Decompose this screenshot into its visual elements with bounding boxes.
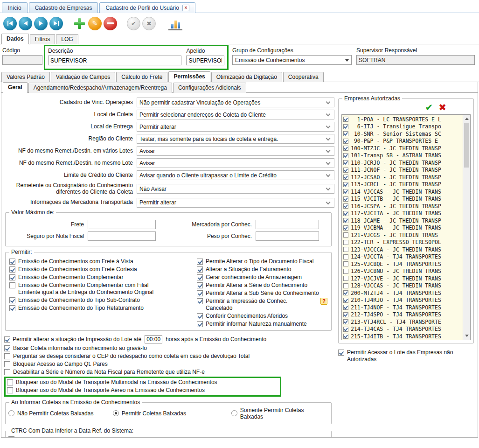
clear-companies-button[interactable]: ✖	[438, 103, 446, 112]
close-tab-icon[interactable]: ×	[182, 5, 189, 11]
company-row[interactable]: 127-VJCJVE - JC THEDIN TRANS	[343, 275, 463, 282]
config-tab[interactable]: Validação de Campos	[51, 72, 116, 82]
setting-combobox[interactable]: Não Avisar	[137, 184, 334, 194]
permission-checkbox[interactable]: Emissão de Conhecimento do Tipo Sub-Cont…	[9, 297, 197, 304]
company-row[interactable]: 212-TJ4SPO - TJ4 TRANSPORTES	[343, 311, 463, 319]
setting-combobox[interactable]: Avisar	[137, 146, 334, 156]
option-checkbox[interactable]: Bloquear uso do Modal de Transporte Mult…	[7, 379, 278, 386]
permission-checkbox[interactable]: Emissão de Conhecimentos com Frete à Vis…	[9, 258, 197, 265]
scroll-up-button[interactable]	[463, 115, 470, 122]
option-checkbox[interactable]: Bloquear uso do Modal de Transporte Aére…	[7, 387, 278, 394]
config-tab[interactable]: Otimização da Digitação	[211, 72, 282, 82]
setting-combobox[interactable]: Não permitir cadastrar Vinculação de Ope…	[137, 98, 334, 107]
company-row[interactable]: 6-ITJ - Transligue Transpo	[343, 123, 463, 131]
delete-record-button[interactable]	[104, 17, 117, 30]
first-record-button[interactable]	[3, 17, 17, 30]
insert-record-button[interactable]	[73, 17, 86, 30]
main-tab[interactable]: Filtros	[30, 34, 56, 44]
window-tab[interactable]: Cadastro de Empresas ×	[29, 2, 98, 13]
permission-checkbox[interactable]: Emissão de Conhecimento do Tipo Refatura…	[9, 305, 197, 312]
ctrc-checkbox[interactable]: Mover o Número do Pedido da nota fiscal …	[8, 436, 328, 437]
apelido-input[interactable]	[186, 56, 224, 65]
descricao-input[interactable]	[48, 56, 181, 65]
sub-tab[interactable]: Agendamento/Redespacho/Armazenagem/Reent…	[28, 83, 172, 93]
seguro-input[interactable]	[88, 231, 156, 241]
company-row[interactable]: 122-TER - EXPRESSO TERESOPOL	[343, 239, 463, 246]
scroll-down-button[interactable]	[463, 332, 470, 339]
setting-combobox[interactable]: Permitir alterar	[137, 198, 334, 208]
vertical-scrollbar[interactable]	[463, 115, 470, 340]
company-row[interactable]: 117-VJCITA - JC THEDIN TRANS	[343, 210, 463, 217]
company-row[interactable]: 113-JCRCL - JC THEDIN TRANSP	[343, 181, 463, 189]
company-row[interactable]: 200-MTZTJ4 - TJ4 TRANSPORTES	[343, 289, 463, 297]
last-record-button[interactable]	[49, 17, 63, 30]
option-checkbox[interactable]: Desabilitar a Série e Número da Nota Fis…	[4, 369, 334, 376]
sub-tab[interactable]: Geral	[3, 82, 28, 93]
company-row[interactable]: 119-VJCBMA - JC THEDIN TRANS	[343, 224, 463, 232]
option-checkbox[interactable]: Baixar Coleta informada no conhecimento …	[4, 345, 334, 352]
permission-checkbox[interactable]: Permite Alterar o Tipo de Documento Fisc…	[197, 258, 327, 265]
main-tab[interactable]: LOG	[56, 34, 78, 44]
permitir-acessar-lote-checkbox[interactable]: Permitir Acessar o Lote das Empresas não…	[338, 349, 472, 363]
scrollbar-thumb[interactable]	[464, 123, 469, 168]
setting-combobox[interactable]: Testar, mas somente para os locais de co…	[137, 134, 334, 144]
company-row[interactable]: 10-SNR - Senior Sistemas SC	[343, 130, 463, 138]
company-row[interactable]: 126-VJCBNU - JC THEDIN TRANS	[343, 268, 463, 275]
company-row[interactable]: 111-JCNOF - JC THEDIN TRANSP	[343, 167, 463, 174]
select-all-companies-button[interactable]: ✔	[425, 103, 433, 112]
permission-checkbox[interactable]: Emissão de Conhecimentos com Frete Corte…	[9, 266, 197, 273]
permission-checkbox[interactable]: Conferir Conhecimentos Aferidos ?	[197, 313, 327, 320]
supervisor-input[interactable]	[356, 55, 475, 65]
company-row[interactable]: 123-VJCCCA - JC THEDIN TRANS	[343, 246, 463, 253]
main-tab[interactable]: Dados	[1, 34, 29, 44]
company-row[interactable]: 121-VJCGS - JC THEDIN TRANS	[343, 231, 463, 239]
confirm-button[interactable]: ✔	[127, 17, 140, 30]
config-tab[interactable]: Permissões	[168, 71, 210, 82]
mercadoria-input[interactable]	[256, 220, 319, 229]
frete-input[interactable]	[88, 220, 156, 229]
setting-combobox[interactable]: Permitir alterar	[137, 122, 334, 132]
permission-checkbox[interactable]: Emissão de Conhecimento Complementar com…	[9, 282, 197, 296]
config-tab[interactable]: Valores Padrão	[1, 72, 50, 82]
company-row[interactable]: 213-VTJ4RCL - TJ4 TRANSPORTE	[343, 318, 463, 326]
company-row[interactable]: 115-VJCITB - JC THEDIN TRANS	[343, 196, 463, 203]
company-row[interactable]: 1-POA - LC TRANSPORTES E L	[343, 116, 463, 123]
config-tab[interactable]: Cooperativa	[283, 72, 324, 82]
impressao-time-input[interactable]	[145, 335, 162, 343]
company-row[interactable]: 116-JCSPA - JC THEDIN TRANSP	[343, 203, 463, 210]
company-row[interactable]: 90-P&P - P&P TRANSPORTES E	[343, 138, 463, 145]
company-row[interactable]: 128-VJCCAS - JC THEDIN TRANS	[343, 282, 463, 290]
help-icon[interactable]: ?	[320, 298, 327, 305]
permission-checkbox[interactable]: Permitir Alterar a Sub Série do Conhecim…	[197, 290, 327, 297]
company-row[interactable]: 118-JCAME - JC THEDIN TRANSP	[343, 217, 463, 224]
permission-checkbox[interactable]: Permitir informar Natureza manualmente ?	[197, 321, 327, 328]
company-row[interactable]: 112-JCSAO - JC THEDIN TRANSP	[343, 174, 463, 181]
permission-checkbox[interactable]: Permitir Alterar a Série do Conhecimento…	[197, 282, 327, 289]
company-row[interactable]: 114-VJCCAS - JC THEDIN TRANS	[343, 188, 463, 196]
company-row[interactable]: 110-JCRJO - JC THEDIN TRANSP	[343, 159, 463, 167]
permission-checkbox[interactable]: Emissão de Conhecimento Complementar ?	[9, 274, 197, 281]
setting-combobox[interactable]: Avisar quando o Cliente ultrapassar o Li…	[137, 170, 334, 180]
company-row[interactable]: 101-Transp SB - ASTRAN TRANS	[343, 152, 463, 160]
window-tab[interactable]: Cadastro de Perfil do Usuário ×	[99, 2, 195, 13]
setting-combobox[interactable]: Avisar	[137, 158, 334, 168]
sub-tab[interactable]: Configurações Adicionais	[173, 83, 246, 93]
coletas-radio-option[interactable]: Somente Permitir Coletas Baixadas	[231, 407, 328, 420]
company-row[interactable]: 211-TJ4NOF - TJ4 TRANSPORTES	[343, 304, 463, 311]
codigo-input[interactable]	[2, 55, 42, 65]
impressao-lote-checkbox[interactable]: Permitir alterar a situação de Impressão…	[4, 335, 334, 343]
report-chart-button[interactable]	[168, 16, 182, 30]
config-tab[interactable]: Cálculo do Frete	[116, 72, 167, 82]
previous-record-button[interactable]	[19, 17, 32, 30]
permission-checkbox[interactable]: Permitir a Impressão de Conhec. Cancelad…	[197, 298, 327, 312]
window-tab[interactable]: Início ×	[2, 2, 28, 13]
option-checkbox[interactable]: Bloquear Acesso ao Campo Qt. Pares	[4, 361, 334, 368]
option-checkbox[interactable]: Perguntar se deseja considerar o CEP do …	[4, 353, 334, 360]
company-row[interactable]: 215-TJ4ITB - TJ4 TRANSPORTES	[343, 333, 463, 340]
cancel-button[interactable]: ✖	[142, 17, 156, 30]
permission-checkbox[interactable]: Gerar conhecimento de Armazenagem ?	[197, 274, 327, 281]
company-row[interactable]: 125-VJCBQE - TJ4 TRANSPORTES	[343, 260, 463, 268]
permission-checkbox[interactable]: Alterar a Situação de Faturamento ?	[197, 266, 327, 273]
peso-input[interactable]	[256, 231, 319, 241]
company-row[interactable]: 214-TJ4CAS - TJ4 TRANSPORTES	[343, 326, 463, 333]
